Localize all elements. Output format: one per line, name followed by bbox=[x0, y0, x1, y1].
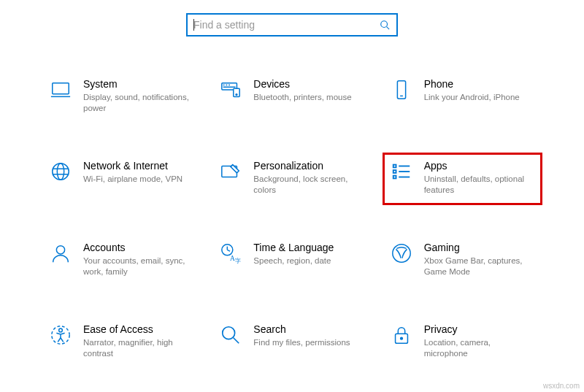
tile-text: Apps Uninstall, defaults, optional featu… bbox=[414, 159, 534, 196]
tile-title: Devices bbox=[253, 77, 351, 91]
gaming-icon bbox=[389, 241, 414, 266]
tile-desc: Display, sound, notifications, power bbox=[83, 92, 193, 114]
time-language-icon: A 字 bbox=[218, 241, 243, 266]
tile-text: Gaming Xbox Game Bar, captures, Game Mod… bbox=[414, 241, 534, 277]
tile-desc: Bluetooth, printers, mouse bbox=[253, 92, 351, 103]
tile-title: Apps bbox=[424, 159, 534, 172]
tile-search[interactable]: Search Find my files, permissions bbox=[214, 318, 369, 366]
tile-desc: Your accounts, email, sync, work, family bbox=[83, 255, 193, 277]
search-icon bbox=[379, 19, 391, 31]
tile-text: Ease of Access Narrator, magnifier, high… bbox=[73, 323, 193, 359]
tile-desc: Wi-Fi, airplane mode, VPN bbox=[83, 174, 182, 185]
search-input[interactable] bbox=[193, 19, 379, 31]
svg-line-1 bbox=[387, 27, 390, 30]
text-cursor bbox=[193, 19, 194, 31]
tile-title: Time & Language bbox=[253, 241, 334, 254]
tile-personalization[interactable]: Personalization Background, lock screen,… bbox=[214, 155, 369, 203]
tile-title: Network & Internet bbox=[83, 159, 182, 172]
tile-system[interactable]: System Display, sound, notifications, po… bbox=[44, 73, 199, 121]
tile-text: Search Find my files, permissions bbox=[243, 323, 350, 348]
ease-of-access-icon bbox=[48, 323, 73, 347]
tile-title: Search bbox=[253, 323, 350, 336]
apps-icon bbox=[389, 159, 414, 184]
tile-network[interactable]: Network & Internet Wi-Fi, airplane mode,… bbox=[44, 155, 199, 203]
tile-ease-of-access[interactable]: Ease of Access Narrator, magnifier, high… bbox=[44, 318, 199, 366]
tile-apps[interactable]: Apps Uninstall, defaults, optional featu… bbox=[385, 155, 540, 203]
svg-rect-23 bbox=[393, 176, 396, 179]
tile-desc: Link your Android, iPhone bbox=[424, 92, 520, 103]
tile-phone[interactable]: Phone Link your Android, iPhone bbox=[385, 73, 540, 121]
tile-desc: Find my files, permissions bbox=[253, 337, 350, 348]
svg-line-35 bbox=[234, 338, 239, 344]
svg-rect-2 bbox=[53, 83, 69, 94]
personalization-icon bbox=[218, 159, 243, 184]
tile-desc: Narrator, magnifier, high contrast bbox=[83, 337, 193, 359]
tile-desc: Location, camera, microphone bbox=[424, 337, 534, 359]
tile-desc: Uninstall, defaults, optional features bbox=[424, 174, 534, 196]
accounts-icon bbox=[48, 241, 73, 266]
svg-point-13 bbox=[53, 164, 69, 180]
tile-title: System bbox=[83, 77, 193, 91]
tile-privacy[interactable]: Privacy Location, camera, microphone bbox=[385, 318, 540, 366]
tile-text: Time & Language Speech, region, date bbox=[243, 241, 334, 266]
tile-text: Devices Bluetooth, printers, mouse bbox=[243, 77, 351, 103]
svg-text:字: 字 bbox=[235, 258, 241, 264]
search-category-icon bbox=[218, 323, 243, 347]
settings-grid: System Display, sound, notifications, po… bbox=[0, 36, 584, 392]
tile-accounts[interactable]: Accounts Your accounts, email, sync, wor… bbox=[44, 237, 199, 285]
tile-desc: Xbox Game Bar, captures, Game Mode bbox=[424, 255, 534, 277]
svg-point-34 bbox=[223, 327, 235, 339]
tile-title: Accounts bbox=[83, 241, 193, 254]
tile-text: Privacy Location, camera, microphone bbox=[414, 323, 534, 359]
tile-time-language[interactable]: A 字 Time & Language Speech, region, date bbox=[214, 237, 369, 285]
svg-rect-19 bbox=[393, 165, 396, 168]
tile-text: System Display, sound, notifications, po… bbox=[73, 77, 193, 114]
system-icon bbox=[48, 77, 73, 102]
tile-gaming[interactable]: Gaming Xbox Game Bar, captures, Game Mod… bbox=[385, 237, 540, 285]
svg-point-33 bbox=[59, 328, 63, 332]
svg-point-10 bbox=[236, 94, 237, 96]
tile-text: Phone Link your Android, iPhone bbox=[414, 77, 520, 103]
tile-title: Privacy bbox=[424, 323, 534, 336]
tile-title: Personalization bbox=[253, 159, 364, 172]
search-container bbox=[0, 0, 584, 36]
tile-text: Personalization Background, lock screen,… bbox=[243, 159, 364, 196]
tile-title: Gaming bbox=[424, 241, 534, 254]
search-box[interactable] bbox=[186, 13, 398, 36]
svg-point-14 bbox=[57, 164, 64, 180]
privacy-icon bbox=[389, 323, 414, 347]
phone-icon bbox=[389, 77, 414, 102]
tile-title: Phone bbox=[424, 77, 520, 91]
svg-rect-21 bbox=[393, 170, 396, 173]
svg-point-0 bbox=[381, 21, 388, 28]
svg-point-37 bbox=[400, 337, 402, 339]
svg-point-25 bbox=[56, 246, 64, 254]
tile-text: Network & Internet Wi-Fi, airplane mode,… bbox=[73, 159, 182, 185]
svg-line-28 bbox=[228, 250, 231, 251]
watermark: wsxdn.com bbox=[543, 382, 580, 390]
tile-text: Accounts Your accounts, email, sync, wor… bbox=[73, 241, 193, 277]
tile-title: Ease of Access bbox=[83, 323, 193, 336]
devices-icon bbox=[218, 77, 243, 102]
tile-desc: Speech, region, date bbox=[253, 255, 334, 266]
network-icon bbox=[48, 159, 73, 184]
tile-desc: Background, lock screen, colors bbox=[253, 174, 364, 196]
tile-devices[interactable]: Devices Bluetooth, printers, mouse bbox=[214, 73, 369, 121]
